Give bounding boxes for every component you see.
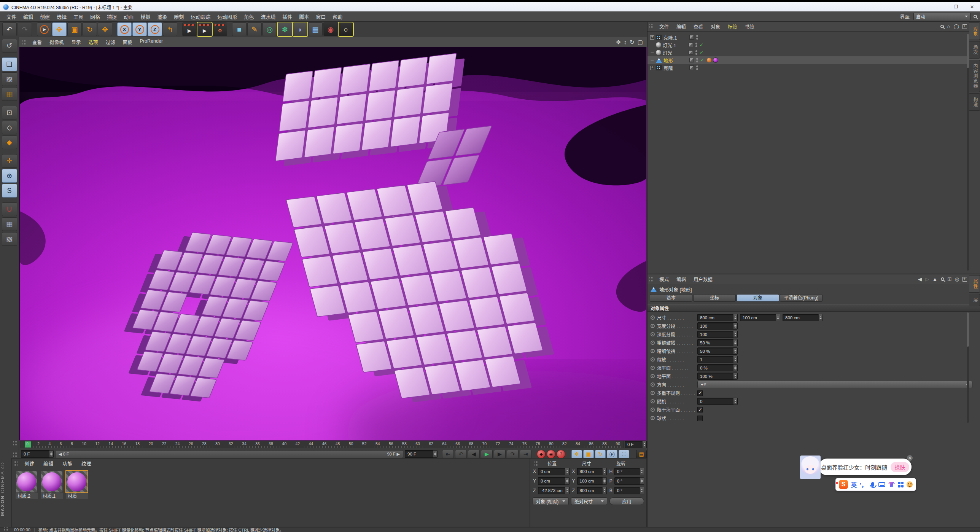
viewport-menu-item[interactable]: 显示: [68, 38, 85, 46]
visibility-dots[interactable]: [696, 35, 698, 40]
object-name[interactable]: 灯光: [663, 49, 687, 56]
layer-icon[interactable]: [689, 43, 693, 47]
texture-mode-button[interactable]: ▨: [2, 72, 17, 86]
phong-tag[interactable]: [707, 58, 711, 62]
material-name[interactable]: 材质.2: [16, 493, 38, 499]
lock-icon[interactable]: ⚿: [948, 276, 951, 282]
position-z-field[interactable]: -42.873 cm: [538, 487, 570, 494]
change-skin-button[interactable]: 换肤: [891, 462, 909, 472]
scale-button[interactable]: ▣: [67, 22, 82, 36]
panel-grip[interactable]: [13, 460, 18, 466]
current-frame-field[interactable]: 0 F: [21, 450, 54, 458]
next-frame-button[interactable]: ▶: [494, 450, 506, 459]
key-circle-icon[interactable]: [651, 357, 655, 362]
menu-item[interactable]: 脚本: [296, 13, 312, 20]
size-z-field[interactable]: 800 cm: [577, 487, 607, 494]
panel-grip[interactable]: [649, 24, 654, 29]
history-back-icon[interactable]: ◀: [918, 276, 922, 282]
menu-item[interactable]: 运动图形: [214, 13, 240, 20]
orientation-dropdown[interactable]: +Y: [697, 381, 972, 388]
rotation-p-field[interactable]: 0 °: [614, 477, 644, 485]
plateau-level-input[interactable]: 100 %: [697, 373, 738, 380]
material-preview[interactable]: [16, 471, 37, 492]
manager-tab[interactable]: 场次: [969, 41, 980, 59]
end-frame-field[interactable]: 90 F: [405, 450, 438, 458]
key-circle-icon[interactable]: [651, 341, 655, 345]
attribute-tab[interactable]: 基本: [650, 294, 692, 302]
key-circle-icon[interactable]: [651, 399, 655, 403]
enabled-check[interactable]: ✓: [700, 50, 705, 55]
visibility-dots[interactable]: [696, 58, 698, 62]
edges-mode-button[interactable]: ◇: [2, 121, 17, 134]
menu-item[interactable]: 插件: [279, 13, 296, 20]
object-row[interactable]: 克隆.1: [648, 33, 980, 41]
timeline-ruler[interactable]: 0246810121416182022242628303234363840424…: [21, 441, 624, 448]
material-preview[interactable]: [41, 471, 62, 492]
key-circle-icon[interactable]: [651, 315, 655, 320]
panel-grip[interactable]: [13, 451, 18, 457]
playback-options-button[interactable]: ▤: [636, 450, 647, 459]
material-tag[interactable]: [713, 57, 718, 63]
apply-button[interactable]: 应用: [609, 497, 644, 505]
quantize-button[interactable]: S: [2, 184, 17, 198]
camera-button[interactable]: ◉: [323, 22, 338, 36]
ruler-frame-field[interactable]: 0 F: [625, 441, 647, 448]
viewport-rotate-icon[interactable]: ↻: [630, 39, 635, 46]
material-menu-item[interactable]: 创建: [20, 460, 39, 467]
viewport-maximize-icon[interactable]: ▢: [638, 39, 643, 46]
render-to-picture-viewer-button[interactable]: ▶: [197, 22, 212, 36]
layer-icon[interactable]: [689, 35, 694, 40]
menu-item[interactable]: 编辑: [20, 13, 37, 20]
object-row[interactable]: ─ 灯光 ✓: [648, 49, 980, 56]
menu-item[interactable]: 网格: [87, 13, 103, 20]
key-circle-icon[interactable]: [651, 349, 655, 353]
add-icon[interactable]: [963, 277, 967, 282]
menu-item[interactable]: 动画: [120, 13, 137, 20]
fine-furrows-input[interactable]: 50 %: [697, 347, 738, 355]
minimize-button[interactable]: ─: [932, 2, 948, 11]
size-z-input[interactable]: 800 cm: [783, 314, 823, 321]
viewport-canvas[interactable]: [19, 47, 646, 440]
render-view-button[interactable]: ▶: [182, 22, 197, 36]
depth-segments-input[interactable]: 100: [697, 331, 738, 338]
rotation-h-field[interactable]: 0 °: [614, 468, 644, 475]
workplane-mode-button[interactable]: ▦: [2, 87, 17, 101]
material-name[interactable]: 材质.1: [41, 493, 63, 499]
rotation-b-field[interactable]: 0 °: [614, 487, 644, 494]
close-button[interactable]: ✕: [964, 2, 980, 11]
keyboard-icon[interactable]: [878, 482, 885, 487]
points-mode-button[interactable]: ⊡: [2, 106, 17, 119]
lock-y-button[interactable]: Y: [132, 22, 147, 36]
coordinate-system-button[interactable]: ↰: [163, 22, 177, 36]
object-name[interactable]: 克隆: [663, 64, 688, 72]
planar-workplane-button[interactable]: ▧: [2, 232, 17, 246]
title-bar[interactable]: CINEMA 4D R19.024 Studio (RC - R19) - [未…: [0, 2, 980, 11]
size-x-input[interactable]: 800 cm: [697, 314, 738, 321]
menu-item[interactable]: 流水线: [257, 13, 279, 20]
keying-options-button[interactable]: ?: [557, 450, 565, 459]
snap-button[interactable]: U: [2, 202, 17, 216]
material-menu-item[interactable]: 纹理: [77, 460, 96, 467]
record-keyframe-button[interactable]: ◆: [537, 450, 546, 459]
size-mode-dropdown[interactable]: 绝对尺寸: [571, 497, 607, 505]
stepper[interactable]: [642, 441, 646, 448]
key-circle-icon[interactable]: [651, 324, 655, 328]
ime-punctuation-toggle[interactable]: ’，: [860, 481, 867, 489]
object-manager-menu-item[interactable]: 编辑: [673, 23, 690, 30]
search-icon[interactable]: [941, 277, 944, 281]
ime-skin-icon[interactable]: [888, 482, 895, 487]
object-name[interactable]: 克隆.1: [663, 34, 688, 41]
manager-tab[interactable]: 层: [969, 294, 980, 306]
object-manager-menu-item[interactable]: 书签: [741, 23, 758, 30]
viewport-menu-item[interactable]: 面板: [119, 38, 136, 46]
interface-dropdown[interactable]: 启动: [913, 13, 970, 20]
menu-item[interactable]: 窗口: [312, 13, 329, 20]
ime-toolbox-icon[interactable]: [898, 482, 904, 487]
record-scale-toggle[interactable]: ▣: [583, 450, 594, 459]
prev-key-button[interactable]: ↶: [455, 450, 467, 459]
maximize-button[interactable]: ❐: [948, 2, 964, 11]
menu-item[interactable]: 渲染: [154, 13, 170, 20]
key-circle-icon[interactable]: [651, 374, 655, 378]
record-parameter-toggle[interactable]: Ⓟ: [607, 450, 617, 459]
object-manager-menu-item[interactable]: 文件: [655, 23, 673, 30]
